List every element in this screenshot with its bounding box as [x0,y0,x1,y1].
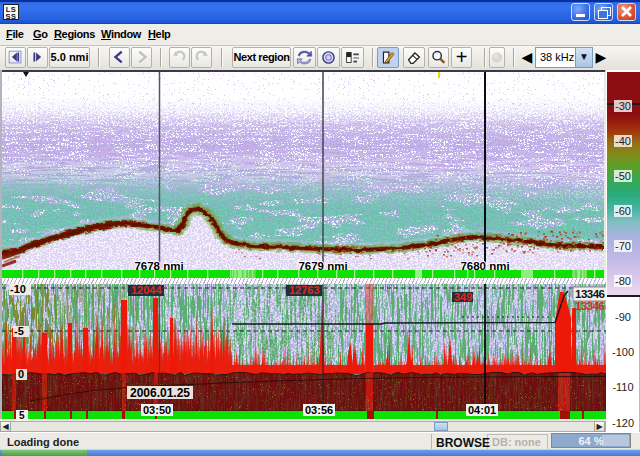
svg-text:7680 nmi: 7680 nmi [460,260,509,271]
svg-text:13346: 13346 [575,288,605,300]
svg-text:13346: 13346 [575,300,605,312]
svg-text:-5: -5 [14,325,24,337]
svg-text:7679 nmi: 7679 nmi [298,260,347,271]
svg-text:0: 0 [18,368,24,380]
svg-text:7678 nmi: 7678 nmi [134,260,183,271]
svg-text:-10: -10 [10,284,26,295]
svg-text:12763: 12763 [289,284,320,296]
svg-text:349: 349 [454,291,472,303]
svg-text:12044: 12044 [131,284,162,296]
svg-text:2006.01.25: 2006.01.25 [130,386,190,400]
